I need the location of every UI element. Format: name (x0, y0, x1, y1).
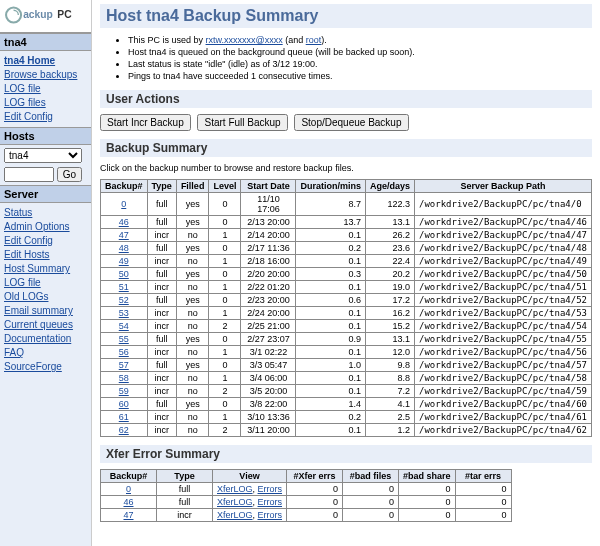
sidebar-server-link-1[interactable]: Admin Options (4, 220, 87, 234)
go-button[interactable] (57, 167, 82, 182)
stop-dequeue-backup-button[interactable] (294, 114, 408, 131)
bs-cell: 19.0 (365, 281, 414, 294)
bs-cell: yes (176, 242, 209, 255)
sidebar-server-link-3[interactable]: Edit Hosts (4, 248, 87, 262)
sidebar-server-link-4[interactable]: Host Summary (4, 262, 87, 276)
xfer-error-table: Backup#TypeView#Xfer errs#bad files#bad … (100, 469, 512, 522)
table-row: 57fullyes03/3 05:471.09.8/workdrive2/Bac… (101, 359, 592, 372)
start-full-backup-button[interactable] (197, 114, 287, 131)
host-input[interactable] (4, 167, 54, 182)
sidebar-server-link-10[interactable]: FAQ (4, 346, 87, 360)
backup-summary-table: Backup#TypeFilledLevelStart DateDuration… (100, 179, 592, 437)
bs-cell: 1 (209, 411, 241, 424)
start-incr-backup-button[interactable] (100, 114, 191, 131)
xfer-view-link[interactable]: XferLOG (217, 497, 253, 507)
xe-col-header: View (213, 470, 287, 483)
backup-number-link[interactable]: 47 (119, 230, 129, 240)
sidebar-server-link-9[interactable]: Documentation (4, 332, 87, 346)
xe-cell: full (157, 496, 213, 509)
backup-number-link[interactable]: 57 (119, 360, 129, 370)
bs-col-header: Type (147, 180, 176, 193)
bs-cell: 1 (209, 281, 241, 294)
bs-cell: 22.4 (365, 255, 414, 268)
backup-number-link[interactable]: 49 (119, 256, 129, 266)
xfer-view-link[interactable]: XferLOG (217, 484, 253, 494)
bs-cell: 1.4 (296, 398, 366, 411)
sidebar-server-link-2[interactable]: Edit Config (4, 234, 87, 248)
sidebar-host-link-4[interactable]: Edit Config (4, 110, 87, 124)
backup-path: /workdrive2/BackupPC/pc/tna4/60 (415, 398, 592, 411)
sidebar-server-header: Server (0, 185, 91, 203)
sidebar-server-nav: StatusAdmin OptionsEdit ConfigEdit Hosts… (0, 203, 91, 377)
sidebar-server-link-11[interactable]: SourceForge (4, 360, 87, 374)
svg-text:PC: PC (57, 9, 72, 20)
backup-path: /workdrive2/BackupPC/pc/tna4/48 (415, 242, 592, 255)
xfer-view-link[interactable]: Errors (258, 484, 283, 494)
table-row: 0fullXferLOG, Errors0000 (101, 483, 512, 496)
backup-summary-header: Backup Summary (100, 139, 592, 157)
bs-cell: yes (176, 294, 209, 307)
bs-cell: 0.1 (296, 281, 366, 294)
sidebar-server-link-6[interactable]: Old LOGs (4, 290, 87, 304)
backup-number-link[interactable]: 53 (119, 308, 129, 318)
sidebar-server-link-5[interactable]: LOG file (4, 276, 87, 290)
backup-number-link[interactable]: 47 (123, 510, 133, 520)
bs-cell: 2/23 20:00 (241, 294, 296, 307)
host-select[interactable]: tna4 (4, 148, 82, 163)
table-row: 61incrno13/10 13:360.22.5/workdrive2/Bac… (101, 411, 592, 424)
bs-cell: 0 (209, 294, 241, 307)
backup-number-link[interactable]: 59 (119, 386, 129, 396)
bs-cell: incr (147, 346, 176, 359)
bs-col-header: Level (209, 180, 241, 193)
sidebar-host-link-1[interactable]: Browse backups (4, 68, 87, 82)
sidebar-host-link-3[interactable]: LOG files (4, 96, 87, 110)
bs-cell: incr (147, 229, 176, 242)
bs-cell: 2/14 20:00 (241, 229, 296, 242)
bs-cell: 0.1 (296, 424, 366, 437)
bs-cell: 20.2 (365, 268, 414, 281)
backup-number-link[interactable]: 52 (119, 295, 129, 305)
status-bullet-1: Host tna4 is queued on the background qu… (128, 46, 592, 58)
bs-cell: 0.2 (296, 242, 366, 255)
bs-cell: 0.6 (296, 294, 366, 307)
sidebar-server-link-8[interactable]: Current queues (4, 318, 87, 332)
backup-number-link[interactable]: 46 (119, 217, 129, 227)
xfer-view-link[interactable]: Errors (258, 497, 283, 507)
backup-path: /workdrive2/BackupPC/pc/tna4/62 (415, 424, 592, 437)
backup-number-link[interactable]: 51 (119, 282, 129, 292)
backup-number-link[interactable]: 56 (119, 347, 129, 357)
backup-number-link[interactable]: 0 (121, 199, 126, 209)
bs-cell: full (147, 242, 176, 255)
xe-cell: 0 (343, 509, 399, 522)
logo: ackup PC (0, 0, 91, 33)
backup-number-link[interactable]: 62 (119, 425, 129, 435)
backup-path: /workdrive2/BackupPC/pc/tna4/54 (415, 320, 592, 333)
backup-number-link[interactable]: 54 (119, 321, 129, 331)
sidebar-server-link-0[interactable]: Status (4, 206, 87, 220)
backup-number-link[interactable]: 58 (119, 373, 129, 383)
status-bullets: This PC is used by rxtw.xxxxxxx@xxxx (an… (128, 34, 592, 82)
sidebar-host-link-2[interactable]: LOG file (4, 82, 87, 96)
bs-cell: 9.8 (365, 359, 414, 372)
backup-number-link[interactable]: 60 (119, 399, 129, 409)
backup-number-link[interactable]: 0 (126, 484, 131, 494)
backup-number-link[interactable]: 61 (119, 412, 129, 422)
backup-path: /workdrive2/BackupPC/pc/tna4/56 (415, 346, 592, 359)
xe-col-header: #bad share (399, 470, 456, 483)
sidebar-server-link-7[interactable]: Email summary (4, 304, 87, 318)
backup-number-link[interactable]: 48 (119, 243, 129, 253)
bs-cell: yes (176, 268, 209, 281)
xfer-view-link[interactable]: XferLOG (217, 510, 253, 520)
xe-col-header: Backup# (101, 470, 157, 483)
xfer-view-link[interactable]: Errors (258, 510, 283, 520)
sidebar-host-link-0[interactable]: tna4 Home (4, 54, 87, 68)
bs-cell: 2.5 (365, 411, 414, 424)
bs-cell: full (147, 333, 176, 346)
logo-icon: ackup PC (4, 4, 86, 26)
backup-number-link[interactable]: 50 (119, 269, 129, 279)
backup-number-link[interactable]: 55 (119, 334, 129, 344)
xe-cell: 0 (287, 496, 343, 509)
bs-cell: 0 (209, 333, 241, 346)
backup-number-link[interactable]: 46 (123, 497, 133, 507)
xe-cell: 0 (455, 509, 511, 522)
